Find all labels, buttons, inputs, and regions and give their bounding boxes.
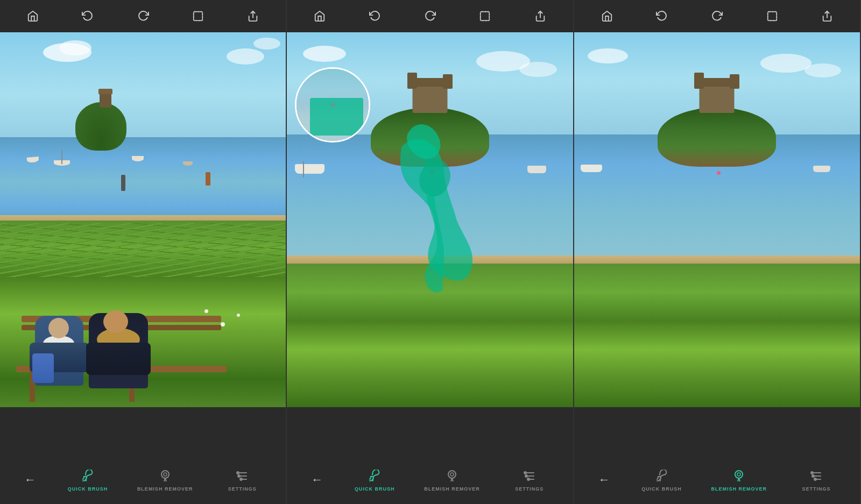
castle-3 [700,83,735,113]
svg-point-20 [525,475,527,477]
cloud-p3-1 [588,48,628,63]
top-bar-3 [574,0,860,32]
image-area-1[interactable] [0,32,286,456]
selection-icon-2[interactable] [477,9,492,24]
island-1 [75,102,126,151]
svg-point-13 [450,473,454,476]
cloud-2 [59,40,91,55]
settings-tool-3[interactable]: SETTINGS [795,468,838,492]
image-area-3[interactable] [574,32,860,456]
svg-point-8 [237,472,239,474]
share-icon-2[interactable] [533,9,548,24]
island-3 [658,108,776,167]
svg-rect-22 [767,12,777,21]
share-icon-1[interactable] [245,9,260,24]
mast-p2-1 [303,161,304,178]
quick-brush-tool-3[interactable]: QUICK BRUSH [640,468,683,492]
settings-icon-3 [808,468,824,484]
buoy-p2 [430,169,434,174]
settings-label-1: SETTINGS [228,486,257,492]
settings-label-2: SETTINGS [515,486,544,492]
boat-p2-2 [527,166,546,173]
svg-point-12 [448,471,456,478]
panel-2: + ← QUICK BRUSH BLEMISH [287,0,574,504]
blemish-remover-tool-2[interactable]: BLEMISH REMOVER [424,468,480,492]
svg-point-1 [161,471,169,478]
flower-4 [237,314,240,317]
quick-brush-tool-2[interactable]: QUICK BRUSH [353,468,396,492]
blemish-remover-label-3: BLEMISH REMOVER [711,486,767,492]
cloud-4 [253,38,280,49]
blemish-remover-icon-3 [731,468,747,484]
bottom-bar-2: ← QUICK BRUSH BLEMISH REMOVER [287,456,573,504]
image-area-2[interactable]: + [287,32,573,456]
redo-icon-2[interactable] [422,9,437,24]
home-icon-1[interactable] [25,9,40,24]
svg-rect-0 [194,12,203,21]
quick-brush-tool-1[interactable]: QUICK BRUSH [66,468,109,492]
back-button-3[interactable]: ← [596,472,612,488]
svg-point-21 [527,478,530,480]
quick-brush-icon-2 [366,468,383,484]
boat-p3-2 [813,166,830,172]
castle-top-1 [98,89,112,94]
settings-tool-1[interactable]: SETTINGS [221,468,264,492]
svg-point-19 [524,472,526,474]
redo-icon-3[interactable] [709,9,724,24]
tower-right-2 [443,74,453,89]
blemish-remover-label-1: BLEMISH REMOVER [137,486,193,492]
cloud-p3-2 [760,54,811,73]
cloud-p2-3 [519,62,557,77]
redo-icon-1[interactable] [136,9,151,24]
settings-icon-2 [521,468,538,484]
back-button-1[interactable]: ← [22,472,38,488]
boat-p2-1 [295,164,324,174]
blemish-remover-tool-3[interactable]: BLEMISH REMOVER [711,468,767,492]
svg-line-26 [739,478,740,481]
undo-icon-2[interactable] [368,9,383,24]
svg-point-2 [164,473,167,476]
quick-brush-label-3: QUICK BRUSH [641,486,682,492]
svg-point-32 [814,478,816,480]
flower-3 [221,322,225,326]
flower-2 [204,309,208,313]
cloud-p3-3 [804,63,841,77]
back-button-2[interactable]: ← [309,472,325,488]
person2-shoulders [86,343,151,375]
grass-blades-1 [0,223,286,277]
quick-brush-icon-1 [80,468,96,484]
bag [32,353,54,383]
settings-tool-2[interactable]: SETTINGS [508,468,551,492]
undo-icon-3[interactable] [654,9,669,24]
blemish-remover-tool-1[interactable]: BLEMISH REMOVER [137,468,193,492]
tower-left-2 [407,73,417,89]
boat-4 [183,161,193,166]
magnifier-overlay [310,98,363,136]
blemish-remover-icon-2 [444,468,460,484]
boat-3 [132,156,144,161]
island-2 [371,108,489,167]
bottom-bar-3: ← QUICK BRUSH BLEMISH REMOVER [574,456,860,504]
selection-icon-1[interactable] [190,9,206,24]
svg-point-23 [735,471,743,478]
grass-3 [574,264,860,407]
home-icon-3[interactable] [599,9,615,24]
blemish-remover-label-2: BLEMISH REMOVER [424,486,480,492]
svg-point-9 [238,475,240,477]
bg-person-1 [121,175,125,191]
tower-left-3 [694,73,704,89]
quick-brush-label-2: QUICK BRUSH [355,486,395,492]
undo-icon-1[interactable] [80,9,95,24]
bottom-bar-1: ← QUICK BRUSH BLEMISH REMOVER [0,456,286,504]
magnifier: + [295,67,370,143]
svg-point-24 [737,473,740,476]
grass-2 [287,264,573,407]
cloud-3 [227,48,264,65]
share-icon-3[interactable] [820,9,835,24]
selection-icon-3[interactable] [765,9,780,24]
home-icon-2[interactable] [312,9,327,24]
bg-person-2 [206,172,210,186]
magnifier-crosshair: + [329,98,336,112]
svg-point-10 [240,478,242,480]
settings-icon-1 [234,468,250,484]
